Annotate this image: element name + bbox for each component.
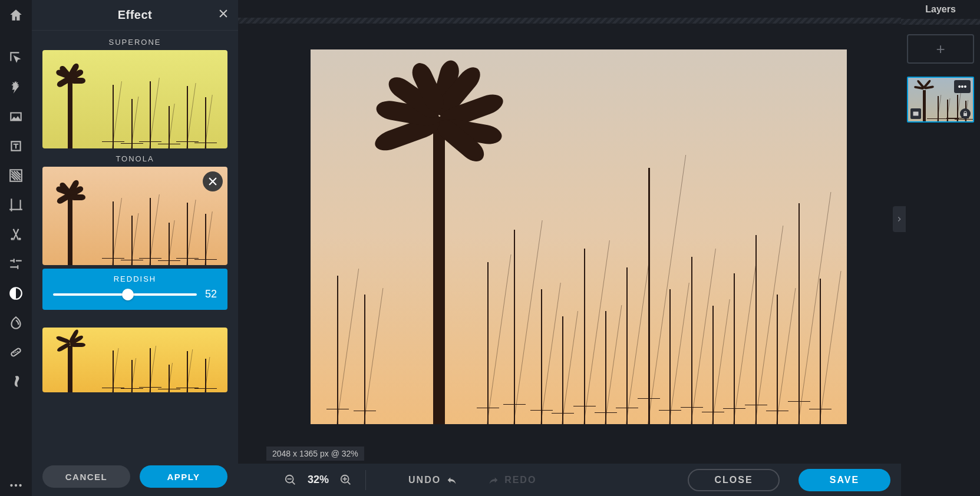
svg-point-7 (19, 484, 21, 487)
canvas-viewport[interactable] (238, 0, 901, 462)
svg-point-3 (15, 352, 17, 353)
effect-item-superone[interactable]: SUPERONE (42, 38, 227, 148)
cut-tool[interactable] (5, 224, 27, 245)
expand-layers-button[interactable] (893, 206, 906, 232)
effect-panel-header: Effect (32, 0, 238, 31)
more-tools[interactable] (5, 475, 27, 496)
redo-label: REDO (504, 475, 536, 485)
undo-button[interactable]: UNDO (408, 474, 458, 487)
effect-panel: Effect SUPERONE (32, 0, 238, 496)
intensity-label: REDDISH (53, 275, 217, 283)
effect-tool[interactable] (5, 283, 27, 304)
remove-effect-button[interactable] (203, 171, 223, 191)
draw-tool[interactable] (5, 371, 27, 392)
effect-item-next[interactable] (42, 328, 227, 392)
svg-point-4 (17, 351, 18, 352)
canvas-area: 2048 x 1365 px @ 32% 32% UNDO REDO CLOSE… (238, 0, 901, 496)
layers-panel: Layers + ••• (901, 0, 980, 496)
canvas-status: 2048 x 1365 px @ 32% (266, 447, 364, 461)
text-tool[interactable] (5, 135, 27, 157)
effect-thumb[interactable] (42, 50, 227, 148)
svg-point-5 (10, 484, 12, 487)
layer-more-button[interactable]: ••• (954, 80, 971, 93)
svg-point-6 (15, 484, 17, 487)
effect-item-tonola[interactable]: TONOLA (42, 154, 227, 310)
layers-title: Layers (901, 0, 980, 19)
home-button[interactable] (5, 5, 27, 26)
effect-label: TONOLA (42, 154, 227, 163)
redo-icon (487, 474, 500, 487)
pattern-tool[interactable] (5, 165, 27, 186)
svg-point-2 (14, 352, 15, 353)
add-layer-button[interactable]: + (907, 34, 974, 64)
cancel-button[interactable]: CANCEL (42, 465, 130, 488)
left-toolbar (0, 0, 32, 496)
effect-list[interactable]: SUPERONE (32, 31, 238, 458)
slider-knob[interactable] (122, 289, 134, 300)
add-image-tool[interactable] (5, 106, 27, 127)
bottom-bar: 32% UNDO REDO CLOSE SAVE (238, 462, 901, 496)
intensity-value: 52 (205, 288, 217, 300)
image-icon (910, 108, 921, 119)
crop-tool[interactable] (5, 194, 27, 216)
apply-button[interactable]: APPLY (140, 465, 227, 488)
save-button[interactable]: SAVE (798, 469, 890, 491)
zoom-controls: 32% (284, 474, 352, 487)
redo-button[interactable]: REDO (487, 474, 536, 487)
effect-thumb[interactable] (42, 328, 227, 392)
effect-panel-footer: CANCEL APPLY (32, 458, 238, 496)
undo-icon (446, 474, 458, 487)
effect-panel-title: Effect (118, 8, 153, 22)
adjust-tool[interactable] (5, 253, 27, 275)
close-button[interactable]: CLOSE (688, 469, 780, 491)
liquify-tool[interactable] (5, 312, 27, 333)
magic-tool[interactable] (5, 77, 27, 98)
effect-label: SUPERONE (42, 38, 227, 47)
effect-thumb[interactable] (42, 167, 227, 265)
layer-item[interactable]: ••• (907, 77, 974, 123)
canvas-image[interactable] (311, 49, 847, 424)
effect-intensity: REDDISH 52 (42, 269, 227, 310)
undo-label: UNDO (408, 475, 441, 485)
zoom-value: 32% (308, 474, 329, 486)
intensity-slider[interactable] (53, 293, 197, 296)
lock-icon (960, 108, 971, 119)
zoom-out-button[interactable] (284, 474, 297, 487)
zoom-in-button[interactable] (339, 474, 352, 487)
heal-tool[interactable] (5, 342, 27, 363)
select-tool[interactable] (5, 47, 27, 68)
close-panel-button[interactable] (218, 8, 229, 21)
plus-icon: + (936, 40, 945, 58)
